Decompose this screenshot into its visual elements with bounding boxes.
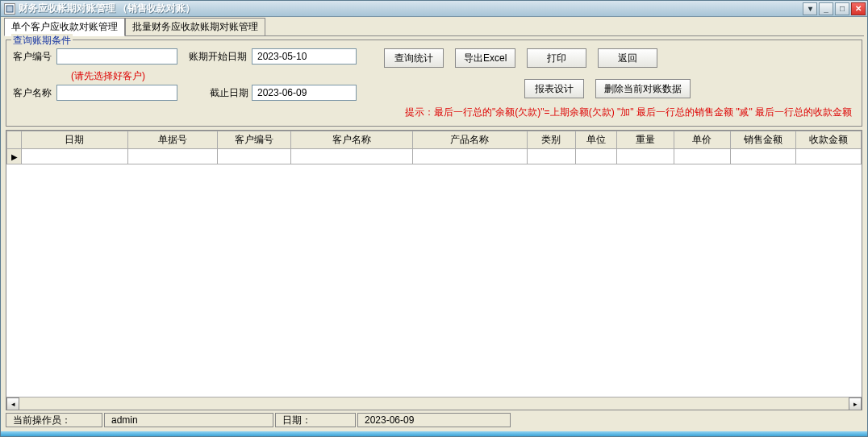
- query-conditions-fieldset: 查询账期条件 客户编号 账期开始日期 (请先选择好客户) 客户名称: [6, 40, 862, 127]
- export-excel-button[interactable]: 导出Excel: [455, 48, 515, 68]
- scroll-track[interactable]: [19, 397, 849, 410]
- report-design-button[interactable]: 报表设计: [524, 79, 584, 98]
- client-area: 单个客户应收款对账管理 批量财务应收款账期对账管理 查询账期条件 客户编号 账期…: [1, 17, 867, 431]
- please-select-hint: (请先选择好客户): [71, 69, 145, 83]
- window-controls: ▾ _ □ ✕: [803, 2, 866, 15]
- grid-corner: [7, 131, 22, 149]
- titlebar[interactable]: 财务应收帐期对账管理 （销售收款对账） ▾ _ □ ✕: [1, 1, 867, 17]
- data-grid: 日期 单据号 客户编号 客户名称 产品名称 类别 单位 重量 单价 销售金额 收…: [6, 130, 862, 410]
- hint-text: 提示：最后一行总的"余额(欠款)"=上期余额(欠款) "加" 最后一行总的销售金…: [13, 106, 855, 119]
- status-operator-label: 当前操作员：: [6, 413, 102, 427]
- col-custname[interactable]: 客户名称: [290, 131, 413, 149]
- tab-batch[interactable]: 批量财务应收款账期对账管理: [125, 18, 265, 36]
- col-receipt[interactable]: 收款金额: [796, 131, 862, 149]
- period-end-input[interactable]: [252, 85, 357, 101]
- footer-bar: [1, 431, 867, 436]
- sysmenu-down-button[interactable]: ▾: [803, 2, 817, 15]
- maximize-button[interactable]: □: [835, 2, 849, 15]
- grid-header-row: 日期 单据号 客户编号 客户名称 产品名称 类别 单位 重量 单价 销售金额 收…: [7, 131, 862, 149]
- row-indicator-icon: ▶: [11, 152, 18, 161]
- tab-bar: 单个客户应收款对账管理 批量财务应收款账期对账管理: [4, 19, 864, 36]
- status-operator-value: admin: [104, 413, 273, 427]
- label-period-end: 截止日期: [189, 86, 252, 100]
- table-row[interactable]: ▶: [7, 149, 862, 164]
- status-bar: 当前操作员： admin 日期： 2023-06-09: [4, 412, 864, 428]
- window-title: 财务应收帐期对账管理 （销售收款对账）: [19, 2, 803, 15]
- status-date-label: 日期：: [275, 413, 356, 427]
- col-unit[interactable]: 单位: [576, 131, 617, 149]
- customer-no-input[interactable]: [56, 48, 177, 65]
- label-customer-no: 客户编号: [13, 50, 56, 64]
- minimize-button[interactable]: _: [819, 2, 833, 15]
- close-button[interactable]: ✕: [851, 2, 866, 15]
- scroll-left-button[interactable]: ◂: [6, 397, 19, 410]
- col-product[interactable]: 产品名称: [413, 131, 527, 149]
- col-category[interactable]: 类别: [527, 131, 576, 149]
- svg-rect-0: [6, 6, 13, 12]
- print-button[interactable]: 打印: [527, 48, 586, 68]
- col-weight[interactable]: 重量: [616, 131, 674, 149]
- delete-data-button[interactable]: 删除当前对账数据: [595, 79, 691, 98]
- app-window: 财务应收帐期对账管理 （销售收款对账） ▾ _ □ ✕ 单个客户应收款对账管理 …: [0, 0, 868, 437]
- fieldset-legend: 查询账期条件: [11, 34, 73, 48]
- query-button[interactable]: 查询统计: [384, 48, 444, 68]
- status-date-value: 2023-06-09: [357, 413, 511, 427]
- label-period-start: 账期开始日期: [189, 50, 252, 64]
- col-price[interactable]: 单价: [674, 131, 731, 149]
- period-start-input[interactable]: [252, 48, 357, 65]
- customer-name-input[interactable]: [56, 85, 177, 101]
- back-button[interactable]: 返回: [598, 48, 657, 68]
- label-customer-name: 客户名称: [13, 86, 56, 100]
- col-docno[interactable]: 单据号: [127, 131, 217, 149]
- horizontal-scrollbar[interactable]: ◂ ▸: [6, 397, 862, 410]
- app-icon: [4, 3, 15, 15]
- col-date[interactable]: 日期: [22, 131, 127, 149]
- col-custno[interactable]: 客户编号: [217, 131, 290, 149]
- scroll-right-button[interactable]: ▸: [849, 397, 862, 410]
- grid-table: 日期 单据号 客户编号 客户名称 产品名称 类别 单位 重量 单价 销售金额 收…: [6, 131, 862, 164]
- col-sales[interactable]: 销售金额: [731, 131, 796, 149]
